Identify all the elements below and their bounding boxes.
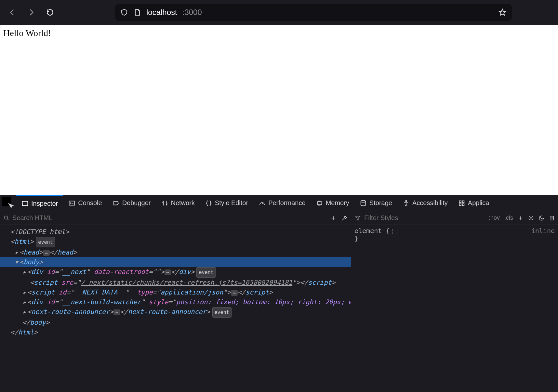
svg-rect-1 — [22, 202, 28, 206]
performance-icon — [259, 200, 266, 207]
styles-rules[interactable]: inline element { } — [351, 225, 558, 392]
dom-line-announcer[interactable]: ▸<next-route-announcer>⋯</next-route-ann… — [0, 307, 351, 318]
dom-line-html-open[interactable]: <html>event — [0, 237, 351, 247]
dom-search-input[interactable] — [12, 214, 327, 222]
svg-rect-6 — [459, 201, 461, 203]
svg-rect-8 — [459, 203, 461, 205]
svg-point-5 — [405, 200, 407, 202]
picker-icon — [0, 195, 16, 211]
bookmark-star-icon[interactable] — [498, 8, 507, 17]
tab-label: Accessibility — [412, 199, 448, 207]
cls-toggle[interactable]: .cls — [504, 215, 513, 221]
element-picker-button[interactable] — [0, 195, 16, 211]
dom-search-bar — [0, 211, 351, 225]
tab-debugger[interactable]: Debugger — [107, 195, 156, 211]
dom-line-doctype[interactable]: <!DOCTYPE html> — [0, 227, 351, 237]
shield-icon — [120, 8, 128, 16]
tab-label: Inspector — [31, 200, 58, 207]
url-port: :3000 — [182, 8, 202, 17]
page-text: Hello World! — [3, 28, 51, 38]
add-node-icon[interactable] — [330, 215, 337, 221]
tab-label: Console — [78, 199, 102, 207]
debugger-icon — [113, 200, 120, 207]
reload-icon — [46, 8, 54, 17]
tab-memory[interactable]: Memory — [311, 195, 354, 211]
tab-accessibility[interactable]: Accessibility — [397, 195, 453, 211]
tab-label: Debugger — [122, 199, 151, 207]
tab-label: Network — [171, 199, 195, 207]
styles-toolbar: :hov .cls — [351, 211, 558, 225]
svg-rect-2 — [69, 201, 75, 205]
search-icon — [3, 215, 10, 221]
dark-mode-icon[interactable] — [538, 215, 544, 221]
network-icon — [161, 200, 168, 207]
tab-inspector[interactable]: Inspector — [16, 195, 63, 211]
reload-button[interactable] — [44, 7, 56, 18]
rule-source: inline — [531, 227, 555, 235]
rule-close: } — [354, 235, 555, 242]
eyedropper-icon[interactable] — [341, 215, 348, 221]
tab-performance[interactable]: Performance — [253, 195, 311, 211]
forward-button[interactable] — [25, 7, 37, 18]
url-host: localhost — [146, 8, 177, 17]
dom-line-head[interactable]: ▸<head>⋯</head> — [0, 247, 351, 257]
print-media-icon[interactable] — [549, 215, 555, 221]
tab-network[interactable]: Network — [156, 195, 200, 211]
tab-label: Performance — [268, 199, 306, 207]
inspector-icon — [21, 200, 29, 207]
back-button[interactable] — [7, 7, 18, 18]
tab-style-editor[interactable]: Style Editor — [200, 195, 253, 211]
devtools-panel: Inspector Console Debugger Network Style… — [0, 195, 558, 392]
arrow-left-icon — [8, 8, 17, 17]
svg-point-4 — [361, 200, 366, 202]
accessibility-icon — [403, 200, 410, 207]
dom-line-html-close[interactable]: </html> — [0, 327, 351, 337]
dom-line-script-refresh[interactable]: <script src="/_next/static/chunks/react-… — [0, 278, 351, 287]
tab-label: Style Editor — [215, 199, 248, 207]
browser-toolbar: localhost:3000 — [0, 0, 558, 25]
tab-console[interactable]: Console — [63, 195, 107, 211]
memory-icon — [316, 200, 323, 207]
dom-line-div-next[interactable]: ▸<div id="__next" data-reactroot="">⋯</d… — [0, 267, 351, 278]
style-editor-icon — [205, 200, 212, 207]
dom-line-build-watcher[interactable]: ▸<div id="__next-build-watcher" style="p… — [0, 297, 351, 307]
svg-rect-9 — [462, 203, 464, 205]
arrow-right-icon — [27, 8, 35, 17]
styles-pane: :hov .cls inline element { } — [351, 211, 558, 392]
add-rule-icon[interactable] — [518, 215, 524, 221]
svg-point-11 — [530, 217, 532, 219]
filter-icon — [354, 215, 361, 221]
devtools-tabstrip: Inspector Console Debugger Network Style… — [0, 195, 558, 211]
tab-label: Storage — [369, 199, 392, 207]
tab-storage[interactable]: Storage — [354, 195, 397, 211]
styles-filter-input[interactable] — [364, 214, 485, 222]
hov-toggle[interactable]: :hov — [489, 215, 500, 221]
application-icon — [458, 200, 465, 207]
tab-label: Memory — [326, 199, 349, 207]
url-bar[interactable]: localhost:3000 — [115, 4, 512, 21]
dom-line-body-close[interactable]: </body> — [0, 318, 351, 327]
flex-highlight-icon[interactable] — [392, 229, 397, 234]
dom-pane: <!DOCTYPE html> <html>event ▸<head>⋯</he… — [0, 211, 351, 392]
page-icon — [133, 8, 141, 16]
dom-line-body[interactable]: ▾<body> — [0, 257, 351, 267]
page-viewport[interactable]: Hello World! — [0, 25, 558, 195]
tab-application[interactable]: Applica — [453, 195, 495, 211]
dom-line-script-nextdata[interactable]: ▸<script id="__NEXT_DATA__" type="applic… — [0, 287, 351, 297]
rule-selector: element { — [354, 227, 555, 235]
dom-tree[interactable]: <!DOCTYPE html> <html>event ▸<head>⋯</he… — [0, 225, 351, 392]
storage-icon — [360, 200, 367, 207]
svg-rect-7 — [462, 201, 464, 203]
light-mode-icon[interactable] — [528, 215, 534, 221]
tab-label: Applica — [468, 199, 489, 207]
svg-rect-3 — [317, 202, 322, 204]
svg-point-10 — [4, 216, 7, 219]
console-icon — [68, 200, 75, 207]
